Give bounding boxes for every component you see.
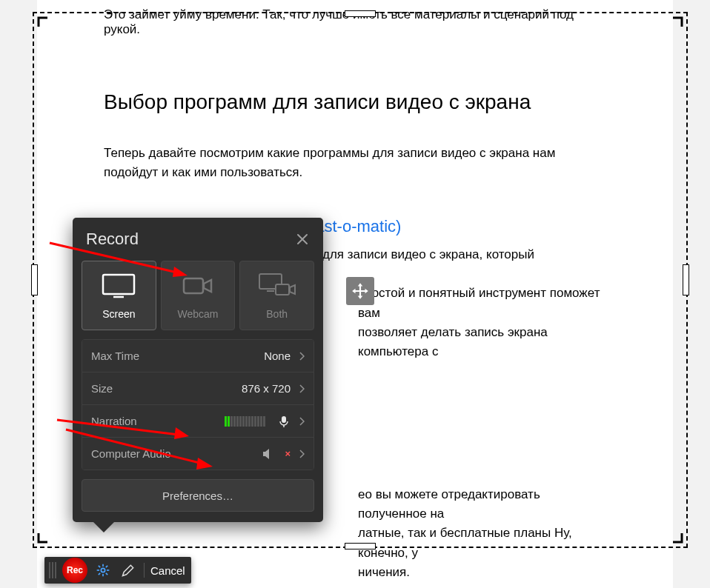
chevron-right-icon	[299, 352, 305, 361]
para2-c: позволяет делать запись экрана компьютер…	[358, 323, 606, 362]
both-icon	[258, 271, 296, 301]
gear-icon	[96, 563, 110, 578]
para3-a: ео вы можете отредактировать полученное …	[358, 485, 606, 524]
mode-tiles: Screen Webcam Both	[73, 255, 323, 339]
panel-title: Record	[86, 230, 139, 249]
cancel-label: Cancel	[150, 564, 185, 577]
chevron-right-icon	[299, 450, 305, 458]
record-button[interactable]: Rec	[62, 558, 87, 583]
muted-x-icon: ×	[285, 448, 291, 459]
row-computer-audio[interactable]: Computer Audio ×	[82, 438, 313, 470]
computer-audio-label: Computer Audio	[91, 447, 171, 460]
svg-line-22	[106, 566, 107, 567]
mode-both-tile[interactable]: Both	[239, 261, 314, 330]
close-button[interactable]	[295, 232, 310, 247]
para3-c: ничения.	[358, 563, 410, 582]
panel-tail	[93, 522, 114, 532]
chevron-right-icon	[299, 417, 305, 426]
record-panel: Record Screen Webcam Both	[73, 218, 323, 522]
chevron-right-icon	[299, 384, 305, 393]
svg-line-21	[99, 573, 100, 575]
preferences-button[interactable]: Preferences…	[82, 479, 314, 512]
settings-rows: Max Time None Size 876 x 720 Narration C…	[82, 339, 314, 470]
narration-value	[225, 415, 291, 428]
resize-handle-top[interactable]	[345, 10, 376, 17]
speaker-muted-icon	[262, 447, 275, 461]
preferences-label: Preferences…	[162, 490, 233, 502]
row-max-time[interactable]: Max Time None	[82, 340, 313, 372]
paragraph-intro: Теперь давайте посмотрим какие программы…	[104, 144, 606, 183]
mode-webcam-tile[interactable]: Webcam	[161, 261, 236, 330]
move-handle[interactable]	[346, 277, 374, 305]
svg-rect-6	[282, 416, 286, 423]
resize-handle-bottom[interactable]	[345, 543, 376, 549]
svg-line-20	[106, 573, 107, 575]
microphone-icon	[277, 415, 291, 428]
resize-handle-left[interactable]	[31, 264, 38, 295]
row-narration[interactable]: Narration	[82, 405, 313, 438]
row-size[interactable]: Size 876 x 720	[82, 372, 313, 405]
settings-button[interactable]	[93, 557, 113, 584]
svg-line-19	[99, 566, 100, 567]
narration-label: Narration	[91, 415, 137, 427]
toolbar-divider	[144, 563, 145, 578]
mode-webcam-label: Webcam	[178, 308, 219, 320]
monitor-icon	[102, 271, 136, 301]
vu-meter	[225, 416, 265, 427]
resize-handle-bottom-left[interactable]	[34, 514, 67, 547]
size-value: 876 x 720	[242, 382, 291, 395]
record-button-label: Rec	[67, 565, 83, 575]
size-label: Size	[91, 382, 113, 395]
close-icon	[295, 232, 310, 247]
cancel-button[interactable]: Cancel	[150, 564, 185, 577]
resize-handle-bottom-right[interactable]	[654, 514, 686, 547]
para2-b: простой и понятный инструмент поможет ва…	[358, 284, 606, 323]
computer-audio-value: ×	[262, 447, 291, 461]
max-time-value: None	[264, 350, 291, 362]
recorder-toolbar: Rec Cancel	[44, 557, 191, 584]
section-heading: Выбор программ для записи видео с экрана	[104, 90, 606, 114]
mode-both-label: Both	[266, 308, 288, 320]
svg-rect-2	[184, 278, 203, 293]
cutoff-line: Это займет уйму времени. Так, что лучше …	[104, 0, 606, 37]
panel-header: Record	[73, 218, 323, 255]
draw-button[interactable]	[119, 557, 138, 584]
resize-handle-top-right[interactable]	[654, 13, 686, 46]
mode-screen-tile[interactable]: Screen	[82, 261, 156, 330]
svg-rect-0	[103, 275, 134, 294]
para3-b: латные, так и бесплатные планы Ну, конеч…	[358, 524, 606, 563]
resize-handle-right[interactable]	[683, 264, 689, 295]
max-time-label: Max Time	[91, 350, 139, 362]
svg-point-14	[101, 568, 104, 572]
move-arrows-icon	[351, 281, 370, 301]
svg-rect-5	[276, 284, 289, 295]
mode-screen-label: Screen	[102, 308, 135, 320]
pencil-icon	[121, 563, 136, 578]
drag-grip[interactable]	[44, 557, 61, 584]
webcam-icon	[182, 271, 214, 301]
resize-handle-top-left[interactable]	[34, 13, 67, 46]
